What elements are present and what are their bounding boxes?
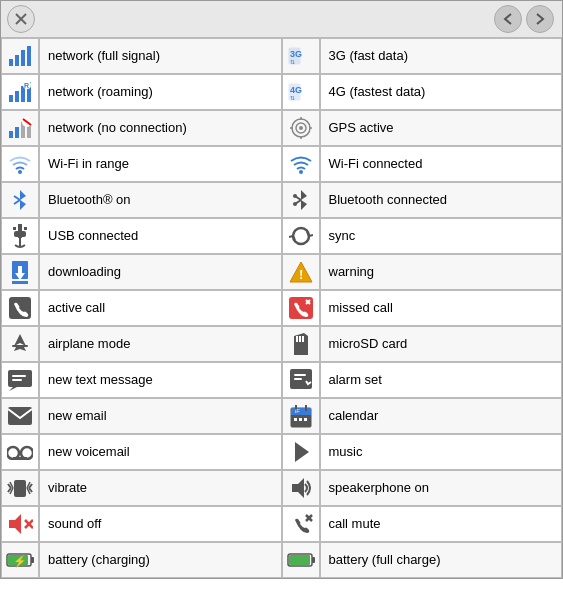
icon-download xyxy=(1,254,39,290)
svg-point-34 xyxy=(293,202,297,206)
svg-rect-3 xyxy=(15,55,19,66)
label-voicemail: new voicemail xyxy=(39,434,282,470)
svg-rect-38 xyxy=(13,227,16,230)
label-usb: USB connected xyxy=(39,218,282,254)
label-email: new email xyxy=(39,398,282,434)
svg-rect-56 xyxy=(12,375,26,377)
svg-rect-57 xyxy=(12,379,22,381)
label-3g: 3G (fast data) xyxy=(320,38,563,74)
svg-rect-43 xyxy=(12,281,28,284)
svg-rect-74 xyxy=(14,480,26,497)
svg-rect-63 xyxy=(291,408,311,415)
icon-alarm xyxy=(282,362,320,398)
icon-wifi_connected xyxy=(282,146,320,182)
svg-text:3G: 3G xyxy=(290,49,302,59)
label-music: music xyxy=(320,434,563,470)
label-wifi_range: Wi-Fi in range xyxy=(39,146,282,182)
icon-sync xyxy=(282,218,320,254)
svg-rect-5 xyxy=(27,46,31,66)
label-download: downloading xyxy=(39,254,282,290)
svg-text:⇅: ⇅ xyxy=(290,59,295,65)
icon-network_roaming: R xyxy=(1,74,39,110)
icon-speakerphone xyxy=(282,470,320,506)
icon-active_call xyxy=(1,290,39,326)
icon-reference-table: network (full signal) 3G ⇅ 3G (fast data… xyxy=(0,0,563,579)
next-button[interactable] xyxy=(526,5,554,33)
svg-text:4G: 4G xyxy=(290,85,302,95)
label-4g: 4G (fastest data) xyxy=(320,74,563,110)
svg-marker-55 xyxy=(9,387,17,391)
svg-point-33 xyxy=(293,194,297,198)
icon-gps xyxy=(282,110,320,146)
icon-bluetooth_on xyxy=(1,182,39,218)
close-button[interactable] xyxy=(7,5,35,33)
svg-rect-39 xyxy=(24,227,27,230)
icon-airplane xyxy=(1,326,39,362)
svg-rect-36 xyxy=(14,231,26,237)
svg-rect-66 xyxy=(294,418,297,421)
svg-rect-59 xyxy=(294,374,306,376)
svg-text:⚡: ⚡ xyxy=(13,554,27,568)
label-text_message: new text message xyxy=(39,362,282,398)
icon-call_mute xyxy=(282,506,320,542)
label-battery_full: battery (full charge) xyxy=(320,542,563,578)
svg-marker-83 xyxy=(292,478,304,498)
svg-rect-95 xyxy=(312,557,315,563)
svg-rect-10 xyxy=(15,91,19,102)
label-network_none: network (no connection) xyxy=(39,110,282,146)
label-bluetooth_on: Bluetooth® on xyxy=(39,182,282,218)
label-microsd: microSD card xyxy=(320,326,563,362)
icon-microsd xyxy=(282,326,320,362)
svg-rect-18 xyxy=(9,131,13,138)
icon-sound_off xyxy=(1,506,39,542)
icon-battery_charging: ⚡ xyxy=(1,542,39,578)
label-vibrate: vibrate xyxy=(39,470,282,506)
label-calendar: calendar xyxy=(320,398,563,434)
icon-wifi_range xyxy=(1,146,39,182)
label-warning: warning xyxy=(320,254,563,290)
prev-button[interactable] xyxy=(494,5,522,33)
svg-rect-91 xyxy=(31,557,34,563)
svg-text:!: ! xyxy=(299,267,303,282)
icon-battery_full xyxy=(282,542,320,578)
label-speakerphone: speakerphone on xyxy=(320,470,563,506)
icon-grid: network (full signal) 3G ⇅ 3G (fast data… xyxy=(1,38,562,578)
svg-rect-4 xyxy=(21,50,25,66)
svg-text:iF: iF xyxy=(295,408,300,414)
svg-rect-51 xyxy=(296,336,298,342)
svg-point-26 xyxy=(299,126,303,130)
svg-point-32 xyxy=(299,170,303,174)
label-sound_off: sound off xyxy=(39,506,282,542)
icon-usb xyxy=(1,218,39,254)
svg-rect-2 xyxy=(9,59,13,66)
icon-text_message xyxy=(1,362,39,398)
icon-bluetooth_connected xyxy=(282,182,320,218)
label-airplane: airplane mode xyxy=(39,326,282,362)
label-bluetooth_connected: Bluetooth connected xyxy=(320,182,563,218)
icon-3g: 3G ⇅ xyxy=(282,38,320,74)
svg-rect-61 xyxy=(8,407,32,425)
svg-rect-52 xyxy=(299,336,301,342)
svg-rect-42 xyxy=(18,266,22,275)
label-active_call: active call xyxy=(39,290,282,326)
label-call_mute: call mute xyxy=(320,506,563,542)
svg-text:⇅: ⇅ xyxy=(290,95,295,101)
icon-email xyxy=(1,398,39,434)
label-sync: sync xyxy=(320,218,563,254)
svg-rect-94 xyxy=(289,555,310,565)
svg-rect-68 xyxy=(304,418,307,421)
label-missed_call: missed call xyxy=(320,290,563,326)
icon-vibrate xyxy=(1,470,39,506)
svg-marker-84 xyxy=(9,514,21,534)
label-gps: GPS active xyxy=(320,110,563,146)
svg-rect-60 xyxy=(294,378,302,380)
top-bar xyxy=(1,1,562,38)
svg-rect-54 xyxy=(8,370,32,387)
icon-4g: 4G ⇅ xyxy=(282,74,320,110)
svg-rect-67 xyxy=(299,418,302,421)
label-network_roaming: network (roaming) xyxy=(39,74,282,110)
icon-voicemail xyxy=(1,434,39,470)
svg-rect-19 xyxy=(15,127,19,138)
icon-warning: ! xyxy=(282,254,320,290)
svg-rect-53 xyxy=(302,336,304,342)
